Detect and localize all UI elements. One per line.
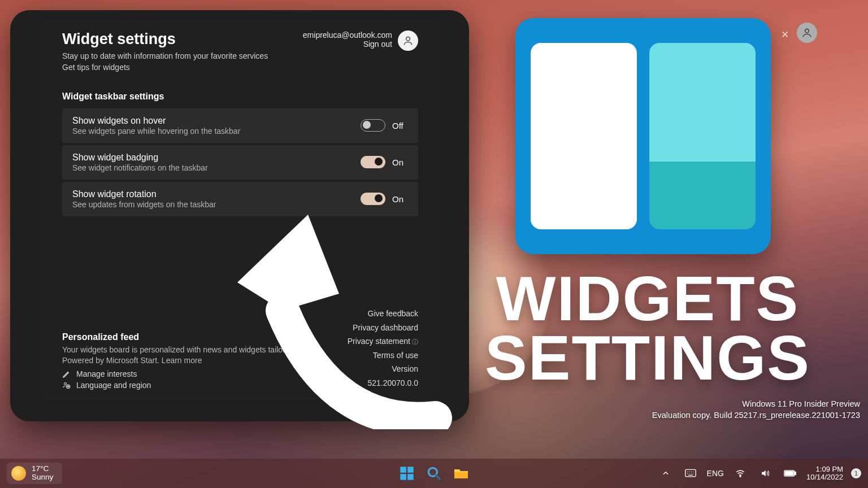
account-avatar: [398, 30, 418, 51]
setting-rotation-title: Show widget rotation: [72, 189, 216, 199]
account-avatar-button[interactable]: [797, 23, 817, 43]
taskbar-widgets-button[interactable]: 17°C Sunny: [7, 463, 62, 483]
weather-sun-icon: [11, 466, 26, 481]
taskbar-search-button[interactable]: [426, 465, 442, 482]
logo-card-left: [531, 43, 637, 229]
taskbar-notifications-badge[interactable]: 1: [851, 468, 861, 478]
setting-hover-title: Show widgets on hover: [72, 116, 240, 126]
start-button[interactable]: [398, 465, 415, 482]
widget-settings-card: Widget settings Stay up to date with inf…: [42, 19, 438, 401]
svg-rect-14: [785, 472, 793, 476]
toggle-rotation-label: On: [392, 194, 408, 204]
search-icon: [427, 466, 441, 481]
version-label: Version: [348, 362, 418, 376]
account-block: emipreluca@outlook.com Sign out: [303, 30, 418, 51]
taskbar-clock[interactable]: 1:09 PM 10/14/2022: [806, 465, 843, 482]
tray-battery-button[interactable]: [782, 465, 798, 482]
wifi-icon: [735, 468, 745, 478]
privacy-dashboard-link[interactable]: Privacy dashboard: [348, 321, 418, 335]
person-icon: [402, 35, 414, 46]
language-region-link[interactable]: Language and region: [62, 381, 322, 390]
battery-icon: [784, 469, 796, 477]
settings-title: Widget settings: [62, 30, 268, 48]
settings-subtitle-2: Get tips for widgets: [62, 62, 268, 73]
feed-desc: Your widgets board is personalized with …: [62, 345, 322, 366]
privacy-statement-link[interactable]: Privacy statement: [348, 334, 418, 348]
promo-headline: WIDGETS SETTINGS: [450, 269, 845, 388]
svg-point-1: [406, 37, 410, 41]
feed-title: Personalized feed: [62, 332, 322, 342]
setting-badging-desc: See widget notifications on the taskbar: [72, 163, 208, 172]
svg-rect-9: [454, 472, 468, 478]
version-number: 521.20070.0.0: [348, 376, 418, 390]
toggle-hover[interactable]: [361, 119, 385, 132]
give-feedback-link[interactable]: Give feedback: [348, 307, 418, 321]
toggle-badging-label: On: [392, 158, 408, 167]
person-icon: [801, 27, 813, 38]
setting-badging: Show widget badging See widget notificat…: [62, 145, 418, 180]
windows-start-icon: [399, 465, 415, 481]
svg-point-11: [740, 476, 741, 477]
settings-subtitle-1: Stay up to date with information from yo…: [62, 50, 268, 62]
signout-link[interactable]: Sign out: [303, 40, 392, 49]
globe-person-icon: [62, 381, 71, 390]
chevron-up-icon: [662, 469, 670, 477]
personalized-feed: Personalized feed Your widgets board is …: [62, 332, 322, 390]
toggle-rotation[interactable]: [361, 193, 385, 205]
taskbar-right: ENG 1:09 PM 10/14/2022 1: [657, 465, 861, 482]
manage-interests-link[interactable]: Manage interests: [62, 369, 322, 378]
svg-point-0: [805, 29, 809, 33]
setting-hover-desc: See widgets pane while hovering on the t…: [72, 127, 240, 136]
svg-point-2: [64, 382, 67, 385]
tray-language[interactable]: ENG: [707, 469, 724, 478]
pencil-icon: [62, 370, 71, 378]
svg-rect-6: [400, 474, 406, 480]
account-email: emipreluca@outlook.com: [303, 30, 392, 40]
svg-rect-13: [795, 472, 796, 474]
toggle-badging[interactable]: [361, 156, 385, 168]
tray-keyboard-button[interactable]: [682, 465, 699, 482]
windows-watermark: Windows 11 Pro Insider Preview Evaluatio…: [652, 399, 860, 421]
taskbar-temp: 17°C: [32, 465, 53, 473]
tray-wifi-button[interactable]: [732, 465, 749, 482]
tray-volume-button[interactable]: [757, 465, 774, 482]
speaker-icon: [760, 468, 770, 478]
close-button[interactable]: ✕: [778, 27, 792, 42]
taskbar: 17°C Sunny ENG 1:09 PM: [0, 459, 868, 488]
setting-badging-title: Show widget badging: [72, 152, 208, 163]
setting-hover: Show widgets on hover See widgets pane w…: [62, 108, 418, 143]
tray-chevron-button[interactable]: [657, 465, 674, 482]
setting-rotation-desc: See updates from widgets on the taskbar: [72, 200, 216, 209]
logo-card-right: [649, 43, 756, 229]
keyboard-icon: [685, 469, 696, 478]
toggle-hover-label: Off: [392, 121, 408, 130]
terms-of-use-link[interactable]: Terms of use: [348, 348, 418, 363]
section-taskbar-heading: Widget taskbar settings: [62, 91, 418, 102]
svg-rect-4: [400, 467, 406, 473]
taskbar-weather: Sunny: [32, 473, 53, 482]
svg-rect-5: [407, 467, 414, 473]
taskbar-explorer-button[interactable]: [453, 465, 470, 482]
taskbar-center: [398, 465, 470, 482]
footer-links: Give feedback Privacy dashboard Privacy …: [348, 307, 418, 390]
file-explorer-icon: [453, 466, 469, 481]
widgets-logo: [515, 18, 771, 254]
svg-rect-7: [407, 474, 414, 480]
setting-rotation: Show widget rotation See updates from wi…: [62, 182, 418, 216]
